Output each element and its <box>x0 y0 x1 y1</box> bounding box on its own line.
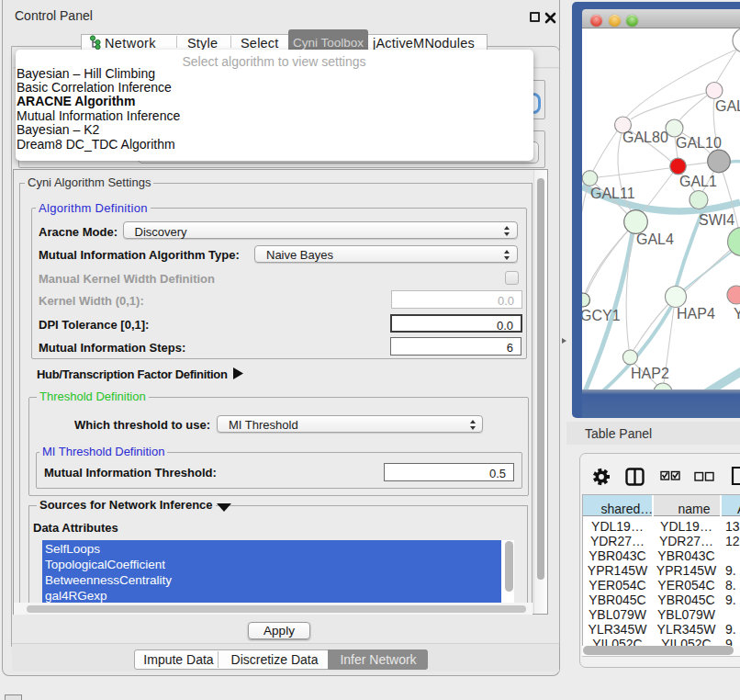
svg-text:GAL80: GAL80 <box>622 130 668 145</box>
svg-text:SWI4: SWI4 <box>699 212 734 228</box>
svg-text:GAL7: GAL7 <box>715 98 740 114</box>
svg-text:HAP4: HAP4 <box>677 306 715 322</box>
svg-text:GAL10: GAL10 <box>676 135 722 151</box>
svg-text:GAL4: GAL4 <box>636 231 674 247</box>
svg-text:GAL11: GAL11 <box>590 186 635 201</box>
svg-text:Y: Y <box>734 306 740 322</box>
svg-text:HAP2: HAP2 <box>631 366 669 381</box>
svg-text:GAL1: GAL1 <box>679 174 717 189</box>
svg-text:GCY1: GCY1 <box>582 308 621 323</box>
